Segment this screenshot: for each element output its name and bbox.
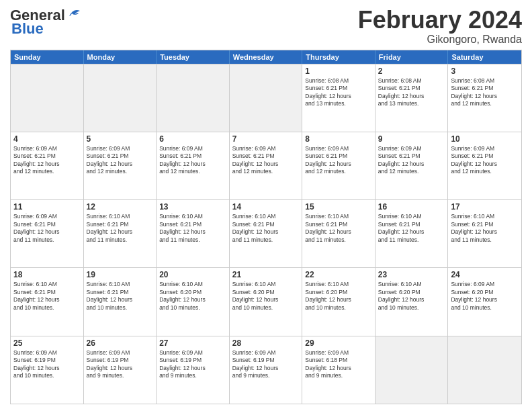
calendar-body: 1Sunrise: 6:08 AM Sunset: 6:21 PM Daylig… xyxy=(11,64,521,404)
calendar-cell-r2-c3: 14Sunrise: 6:10 AM Sunset: 6:21 PM Dayli… xyxy=(230,200,303,267)
day-number: 13 xyxy=(159,202,226,212)
calendar-cell-r2-c4: 15Sunrise: 6:10 AM Sunset: 6:21 PM Dayli… xyxy=(302,200,375,267)
calendar-cell-r0-c0 xyxy=(11,64,84,132)
calendar-cell-r3-c5: 23Sunrise: 6:10 AM Sunset: 6:20 PM Dayli… xyxy=(375,268,449,335)
header-day-saturday: Saturday xyxy=(448,50,521,64)
day-number: 22 xyxy=(305,270,372,279)
day-info: Sunrise: 6:10 AM Sunset: 6:21 PM Dayligh… xyxy=(451,213,519,244)
day-info: Sunrise: 6:08 AM Sunset: 6:21 PM Dayligh… xyxy=(451,77,519,108)
header-day-monday: Monday xyxy=(84,50,157,64)
day-number: 24 xyxy=(451,270,519,279)
logo: General Blue xyxy=(10,7,81,38)
calendar-cell-r0-c6: 3Sunrise: 6:08 AM Sunset: 6:21 PM Daylig… xyxy=(448,64,521,132)
logo-bird-icon xyxy=(66,7,81,21)
day-info: Sunrise: 6:09 AM Sunset: 6:21 PM Dayligh… xyxy=(378,145,445,176)
title-block: February 2024 Gikongoro, Rwanda xyxy=(358,7,522,46)
calendar-cell-r1-c3: 7Sunrise: 6:09 AM Sunset: 6:21 PM Daylig… xyxy=(230,132,303,199)
calendar-row-2: 11Sunrise: 6:09 AM Sunset: 6:21 PM Dayli… xyxy=(11,199,521,267)
day-number: 9 xyxy=(378,134,445,144)
calendar-cell-r2-c0: 11Sunrise: 6:09 AM Sunset: 6:21 PM Dayli… xyxy=(11,200,84,267)
page: General Blue February 2024 Gikongoro, Rw… xyxy=(0,0,532,411)
header: General Blue February 2024 Gikongoro, Rw… xyxy=(10,7,522,46)
calendar-cell-r2-c2: 13Sunrise: 6:10 AM Sunset: 6:21 PM Dayli… xyxy=(157,200,230,267)
calendar-cell-r4-c6 xyxy=(448,336,521,404)
calendar-cell-r0-c3 xyxy=(230,64,303,132)
calendar-row-1: 4Sunrise: 6:09 AM Sunset: 6:21 PM Daylig… xyxy=(11,132,521,199)
day-info: Sunrise: 6:10 AM Sunset: 6:20 PM Dayligh… xyxy=(378,281,445,312)
calendar-cell-r4-c0: 25Sunrise: 6:09 AM Sunset: 6:19 PM Dayli… xyxy=(11,336,84,404)
day-info: Sunrise: 6:09 AM Sunset: 6:20 PM Dayligh… xyxy=(451,281,519,312)
day-number: 29 xyxy=(305,338,372,348)
day-number: 15 xyxy=(305,202,372,212)
calendar-cell-r3-c3: 21Sunrise: 6:10 AM Sunset: 6:20 PM Dayli… xyxy=(230,268,303,335)
day-number: 7 xyxy=(232,134,300,144)
day-number: 16 xyxy=(378,202,445,212)
calendar-cell-r4-c1: 26Sunrise: 6:09 AM Sunset: 6:19 PM Dayli… xyxy=(84,336,157,404)
calendar-cell-r2-c1: 12Sunrise: 6:10 AM Sunset: 6:21 PM Dayli… xyxy=(84,200,157,267)
day-number: 11 xyxy=(13,202,81,212)
calendar-cell-r2-c5: 16Sunrise: 6:10 AM Sunset: 6:21 PM Dayli… xyxy=(375,200,449,267)
day-info: Sunrise: 6:09 AM Sunset: 6:21 PM Dayligh… xyxy=(305,145,372,176)
header-day-tuesday: Tuesday xyxy=(157,50,230,64)
day-number: 5 xyxy=(87,134,154,144)
calendar-cell-r3-c6: 24Sunrise: 6:09 AM Sunset: 6:20 PM Dayli… xyxy=(448,268,521,335)
day-info: Sunrise: 6:10 AM Sunset: 6:21 PM Dayligh… xyxy=(13,281,81,312)
day-number: 25 xyxy=(13,338,81,348)
calendar-cell-r4-c3: 28Sunrise: 6:09 AM Sunset: 6:19 PM Dayli… xyxy=(230,336,303,404)
calendar-cell-r4-c5 xyxy=(375,336,449,404)
month-title: February 2024 xyxy=(358,7,522,34)
day-info: Sunrise: 6:10 AM Sunset: 6:21 PM Dayligh… xyxy=(87,281,154,312)
day-number: 27 xyxy=(159,338,226,348)
day-number: 17 xyxy=(451,202,519,212)
day-info: Sunrise: 6:09 AM Sunset: 6:21 PM Dayligh… xyxy=(232,145,300,176)
day-info: Sunrise: 6:10 AM Sunset: 6:20 PM Dayligh… xyxy=(159,281,226,312)
calendar-row-3: 18Sunrise: 6:10 AM Sunset: 6:21 PM Dayli… xyxy=(11,267,521,335)
day-number: 4 xyxy=(13,134,81,144)
day-info: Sunrise: 6:10 AM Sunset: 6:21 PM Dayligh… xyxy=(305,213,372,244)
day-info: Sunrise: 6:10 AM Sunset: 6:21 PM Dayligh… xyxy=(232,213,300,244)
day-info: Sunrise: 6:09 AM Sunset: 6:21 PM Dayligh… xyxy=(13,145,81,176)
header-day-thursday: Thursday xyxy=(302,50,375,64)
calendar-cell-r0-c4: 1Sunrise: 6:08 AM Sunset: 6:21 PM Daylig… xyxy=(302,64,375,132)
day-number: 23 xyxy=(378,270,445,279)
header-day-wednesday: Wednesday xyxy=(230,50,303,64)
day-number: 1 xyxy=(305,66,372,76)
calendar-cell-r0-c1 xyxy=(84,64,157,132)
day-info: Sunrise: 6:09 AM Sunset: 6:19 PM Dayligh… xyxy=(87,349,154,380)
day-info: Sunrise: 6:09 AM Sunset: 6:19 PM Dayligh… xyxy=(232,349,300,380)
header-day-friday: Friday xyxy=(375,50,449,64)
day-number: 20 xyxy=(159,270,226,279)
day-info: Sunrise: 6:08 AM Sunset: 6:21 PM Dayligh… xyxy=(378,77,445,108)
calendar-row-0: 1Sunrise: 6:08 AM Sunset: 6:21 PM Daylig… xyxy=(11,64,521,132)
location-subtitle: Gikongoro, Rwanda xyxy=(358,34,522,46)
day-number: 12 xyxy=(87,202,154,212)
calendar-cell-r3-c4: 22Sunrise: 6:10 AM Sunset: 6:20 PM Dayli… xyxy=(302,268,375,335)
day-info: Sunrise: 6:10 AM Sunset: 6:20 PM Dayligh… xyxy=(305,281,372,312)
calendar-cell-r1-c5: 9Sunrise: 6:09 AM Sunset: 6:21 PM Daylig… xyxy=(375,132,449,199)
day-number: 21 xyxy=(232,270,300,279)
day-info: Sunrise: 6:09 AM Sunset: 6:21 PM Dayligh… xyxy=(13,213,81,244)
calendar-cell-r1-c4: 8Sunrise: 6:09 AM Sunset: 6:21 PM Daylig… xyxy=(302,132,375,199)
calendar-cell-r4-c2: 27Sunrise: 6:09 AM Sunset: 6:19 PM Dayli… xyxy=(157,336,230,404)
day-number: 8 xyxy=(305,134,372,144)
day-info: Sunrise: 6:10 AM Sunset: 6:21 PM Dayligh… xyxy=(87,213,154,244)
calendar-cell-r1-c6: 10Sunrise: 6:09 AM Sunset: 6:21 PM Dayli… xyxy=(448,132,521,199)
day-info: Sunrise: 6:08 AM Sunset: 6:21 PM Dayligh… xyxy=(305,77,372,108)
day-number: 14 xyxy=(232,202,300,212)
day-number: 28 xyxy=(232,338,300,348)
day-number: 3 xyxy=(451,66,519,76)
header-day-sunday: Sunday xyxy=(11,50,84,64)
calendar-cell-r1-c1: 5Sunrise: 6:09 AM Sunset: 6:21 PM Daylig… xyxy=(84,132,157,199)
calendar: SundayMondayTuesdayWednesdayThursdayFrid… xyxy=(10,50,522,404)
day-number: 18 xyxy=(13,270,81,279)
day-info: Sunrise: 6:09 AM Sunset: 6:21 PM Dayligh… xyxy=(451,145,519,176)
day-info: Sunrise: 6:10 AM Sunset: 6:21 PM Dayligh… xyxy=(159,213,226,244)
calendar-cell-r1-c2: 6Sunrise: 6:09 AM Sunset: 6:21 PM Daylig… xyxy=(157,132,230,199)
day-info: Sunrise: 6:09 AM Sunset: 6:21 PM Dayligh… xyxy=(87,145,154,176)
calendar-cell-r1-c0: 4Sunrise: 6:09 AM Sunset: 6:21 PM Daylig… xyxy=(11,132,84,199)
day-info: Sunrise: 6:10 AM Sunset: 6:21 PM Dayligh… xyxy=(378,213,445,244)
calendar-row-4: 25Sunrise: 6:09 AM Sunset: 6:19 PM Dayli… xyxy=(11,336,521,404)
day-info: Sunrise: 6:09 AM Sunset: 6:19 PM Dayligh… xyxy=(13,349,81,380)
day-number: 10 xyxy=(451,134,519,144)
calendar-cell-r3-c2: 20Sunrise: 6:10 AM Sunset: 6:20 PM Dayli… xyxy=(157,268,230,335)
